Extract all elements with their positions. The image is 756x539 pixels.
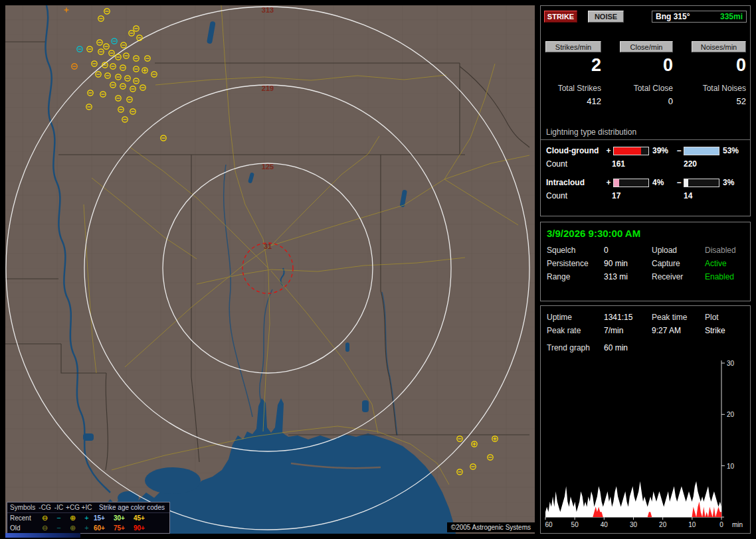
svg-text:10: 10 [688,521,696,528]
intracloud-count-row: Count 17 14 [541,191,750,200]
total-close-label: Total Close [620,84,673,93]
squelch-label: Squelch [547,246,604,255]
legend-col-ic-plus: +IC [80,504,94,511]
persistence-value: 90 min [604,259,652,268]
legend-col-cg-minus: -CG [38,504,52,511]
map-canvas[interactable]: 31321912531 [5,5,535,534]
intracloud-label: Intracloud [541,178,604,187]
svg-text:min: min [732,521,743,528]
strikes-per-min-button[interactable]: Strikes/min [545,41,601,52]
cg-plus-bar [613,147,649,155]
cg-plus-percent: 39% [649,146,674,155]
uptime-label: Uptime [547,313,604,322]
ic-minus-bar [684,179,719,187]
cloud-ground-count-row: Count 161 220 [541,159,750,169]
squelch-value: 0 [604,246,652,255]
trend-graph-window: 60 min [604,343,750,352]
lightning-map[interactable]: 31321912531 Symbols -CG -IC +CG +IC Stri… [5,5,535,534]
noises-per-min-button[interactable]: Noises/min [692,41,746,52]
legend-header: Symbols -CG -IC +CG +IC Strike age color… [7,502,169,513]
minus-sign: − [674,178,684,187]
capture-status: Active [705,259,750,268]
map-legend: Symbols -CG -IC +CG +IC Strike age color… [7,502,170,534]
trend-graph: 1020306050403020100min [544,358,748,532]
svg-text:219: 219 [262,84,274,92]
trend-graph-row: Trend graph 60 min [541,343,750,352]
cg-minus-count: 220 [678,159,750,169]
svg-text:313: 313 [262,6,274,14]
status-grid: Squelch 0 Upload Disabled Persistence 90… [541,246,750,281]
total-close-value: 0 [620,96,673,106]
totals-labels-row: Total Strikes Total Close Total Noises [545,84,750,93]
bearing-readout: Bng 315° 335mi [652,11,747,23]
count-label: Count [541,159,607,169]
bearing-label: Bng 315° [656,12,690,21]
stats-trend-panel: Uptime 1341:15 Peak time Plot Peak rate … [540,305,751,534]
ic-minus-percent: 3% [719,178,745,187]
peak-time-value: 9:27 AM [652,326,705,335]
peak-time-label: Peak time [652,313,705,322]
stats-grid: Uptime 1341:15 Peak time Plot Peak rate … [541,313,750,335]
window-edge-accent [5,533,80,538]
rate-buttons-row: Strikes/min Close/min Noises/min [545,41,750,52]
svg-text:50: 50 [571,521,579,528]
totals-values-row: 412 0 52 [545,96,750,106]
rate-values-row: 2 0 0 [545,55,750,76]
cloud-ground-label: Cloud-ground [541,146,604,155]
cg-minus-bar [684,147,719,155]
nexstorm-window: 31321912531 Symbols -CG -IC +CG +IC Stri… [0,0,756,539]
svg-text:31: 31 [264,242,272,250]
trend-graph-label: Trend graph [547,343,604,352]
svg-text:0: 0 [719,521,723,528]
ic-plus-bar [613,179,649,187]
total-noises-value: 52 [692,96,746,106]
legend-age-header: Strike age color codes [99,504,165,511]
legend-row-old: Old⊖−⊕+60+75+90+ [7,523,169,533]
total-strikes-value: 412 [545,96,601,106]
peak-rate-value: 7/min [604,326,652,335]
svg-text:125: 125 [262,163,274,171]
svg-text:20: 20 [727,411,735,418]
upload-status: Disabled [705,246,750,255]
legend-col-ic-minus: -IC [52,504,66,511]
intracloud-row: Intracloud + 4% − 3% [541,178,750,187]
close-per-min-button[interactable]: Close/min [620,41,673,52]
noises-per-min-value: 0 [692,55,746,76]
plot-label: Plot [705,313,750,322]
receiver-label: Receiver [652,272,705,281]
status-panel: 3/9/2026 9:30:00 AM Squelch 0 Upload Dis… [540,222,751,301]
plot-value: Strike [705,326,750,335]
svg-text:30: 30 [630,521,638,528]
close-per-min-value: 0 [620,55,673,76]
receiver-status: Enabled [705,272,750,281]
minus-sign: − [674,146,684,155]
strike-tab-button[interactable]: STRIKE [544,11,577,23]
svg-text:10: 10 [727,463,735,470]
range-label: Range [547,272,604,281]
copyright-text: ©2005 Astrogenic Systems [447,522,535,532]
upload-label: Upload [652,246,705,255]
plus-sign: + [604,178,613,187]
strikes-per-min-value: 2 [545,55,601,76]
lake-pontchartrain [145,467,201,494]
mode-row: STRIKE NOISE Bng 315° 335mi [544,11,747,23]
persistence-label: Persistence [547,259,604,268]
legend-row-recent: Recent⊖−⊕+15+30+45+ [7,513,169,523]
peak-rate-label: Peak rate [547,326,604,335]
ic-plus-count: 17 [607,191,678,200]
svg-text:20: 20 [659,521,667,528]
bearing-range: 335mi [720,12,743,21]
lake [345,343,349,352]
svg-text:60: 60 [545,521,553,528]
ic-minus-count: 14 [678,191,750,200]
strike-summary-panel: STRIKE NOISE Bng 315° 335mi Strikes/min … [540,5,751,216]
total-noises-label: Total Noises [692,84,746,93]
uptime-value: 1341:15 [604,313,652,322]
noise-tab-button[interactable]: NOISE [588,11,624,23]
range-value: 313 mi [604,272,652,281]
plus-sign: + [604,146,613,155]
cg-minus-percent: 53% [719,146,745,155]
total-strikes-label: Total Strikes [545,84,601,93]
lake [362,400,369,412]
legend-symbols-header: Symbols [10,504,38,511]
